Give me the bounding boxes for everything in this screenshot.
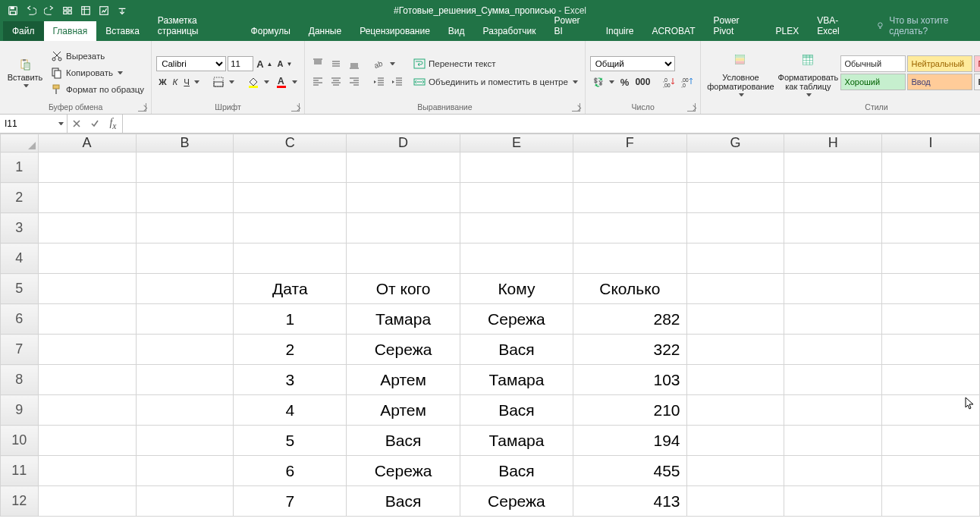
cell-I11[interactable] [882,456,980,486]
cell-A9[interactable] [38,395,136,426]
cell-H9[interactable] [784,395,882,426]
align-left-button[interactable] [309,74,326,90]
style-neutral[interactable]: Нейтральный [907,55,972,72]
cell-F10[interactable]: 194 [573,426,686,456]
cell-F2[interactable] [573,183,686,213]
cell-I1[interactable] [882,152,980,183]
col-header-C[interactable]: C [234,134,347,152]
col-header-A[interactable]: A [38,134,136,152]
cell-C4[interactable] [234,244,347,274]
row-header-4[interactable]: 4 [1,244,39,274]
qat-button-4[interactable] [59,2,76,19]
cell-B8[interactable] [136,365,234,395]
tab-plex[interactable]: PLEX [767,21,809,41]
decrease-decimal-button[interactable]: ,00,0 [679,74,696,90]
wrap-text-button[interactable]: Перенести текст [411,56,580,71]
tab-inquire[interactable]: Inquire [597,21,643,41]
dialog-launcher-icon[interactable] [291,103,300,112]
cell-C12[interactable]: 7 [234,486,347,517]
cell-C8[interactable]: 3 [234,365,347,395]
font-name-select[interactable]: Calibri [156,56,226,71]
cell-D7[interactable]: Сережа [347,335,460,365]
cell-E8[interactable]: Тамара [460,365,573,395]
qat-button-6[interactable] [96,2,112,19]
cell-A2[interactable] [38,183,136,213]
cell-I5[interactable] [882,274,980,304]
cell-I2[interactable] [882,183,980,213]
copy-button[interactable]: Копировать [49,65,146,80]
borders-button[interactable] [210,74,237,90]
name-box-input[interactable] [3,118,49,130]
col-header-D[interactable]: D [347,134,460,152]
cell-E2[interactable] [460,183,573,213]
cell-D6[interactable]: Тамара [347,304,460,335]
tab-view[interactable]: Вид [439,21,474,41]
cell-B9[interactable] [136,395,234,426]
cell-H2[interactable] [784,183,882,213]
cell-E6[interactable]: Сережа [460,304,573,335]
paste-button[interactable]: Вставить [5,57,46,89]
tab-power-bi[interactable]: Power BI [545,11,597,41]
style-input[interactable]: Ввод [907,74,972,90]
italic-button[interactable]: К [171,76,181,88]
cell-E5[interactable]: Кому [460,274,573,304]
align-middle-button[interactable] [328,56,344,71]
tab-home[interactable]: Главная [44,21,97,41]
cell-D9[interactable]: Артем [347,395,460,426]
cell-C6[interactable]: 1 [234,304,347,335]
cell-C1[interactable] [234,152,347,183]
cell-D8[interactable]: Артем [347,365,460,395]
cell-D10[interactable]: Вася [347,426,460,456]
style-bad[interactable]: Плохой [974,55,980,72]
select-all-corner[interactable] [1,134,39,152]
cell-G6[interactable] [686,304,784,335]
cell-G8[interactable] [686,365,784,395]
cell-styles-gallery[interactable]: Обычный Нейтральный Плохой Хороший Ввод … [840,55,980,90]
cell-C10[interactable]: 5 [234,426,347,456]
decrease-font-button[interactable]: A▼ [275,58,294,69]
cell-I10[interactable] [882,426,980,456]
cell-E1[interactable] [460,152,573,183]
align-center-button[interactable] [328,74,344,90]
cell-D12[interactable]: Вася [347,486,460,517]
name-box[interactable] [0,115,68,133]
row-header-7[interactable]: 7 [1,335,39,365]
increase-font-button[interactable]: A▲ [255,58,274,71]
cell-B7[interactable] [136,335,234,365]
row-header-10[interactable]: 10 [1,426,39,456]
cell-F12[interactable]: 413 [573,486,686,517]
cell-I9[interactable] [882,395,980,426]
undo-button[interactable] [23,2,39,19]
worksheet[interactable]: ABCDEFGHI12345ДатаОт когоКомуСколько61Та… [0,134,980,517]
orientation-button[interactable]: ab [371,56,397,71]
cell-B2[interactable] [136,183,234,213]
row-header-11[interactable]: 11 [1,456,39,486]
cell-B10[interactable] [136,426,234,456]
cell-G5[interactable] [686,274,784,304]
cell-G3[interactable] [686,213,784,244]
cell-E10[interactable]: Тамара [460,426,573,456]
dialog-launcher-icon[interactable] [572,103,580,112]
cell-C7[interactable]: 2 [234,335,347,365]
cell-F6[interactable]: 282 [573,304,686,335]
cell-A7[interactable] [38,335,136,365]
cell-F5[interactable]: Сколько [573,274,686,304]
cell-D5[interactable]: От кого [347,274,460,304]
enter-formula-button[interactable] [86,119,104,128]
accounting-format-button[interactable]: 💱 [590,74,617,90]
fill-color-button[interactable] [245,74,272,90]
cell-D2[interactable] [347,183,460,213]
cell-A6[interactable] [38,304,136,335]
align-bottom-button[interactable] [346,56,363,71]
cell-F11[interactable]: 455 [573,456,686,486]
cell-G10[interactable] [686,426,784,456]
cell-C3[interactable] [234,213,347,244]
cell-C9[interactable]: 4 [234,395,347,426]
col-header-B[interactable]: B [136,134,234,152]
cell-B4[interactable] [136,244,234,274]
percent-button[interactable]: % [618,75,632,90]
col-header-F[interactable]: F [573,134,686,152]
cell-G2[interactable] [686,183,784,213]
cell-A8[interactable] [38,365,136,395]
format-painter-button[interactable]: Формат по образцу [49,82,146,97]
